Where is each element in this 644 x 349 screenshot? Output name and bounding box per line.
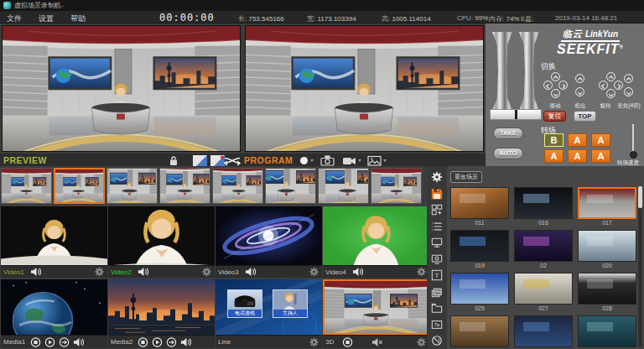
- source-video1[interactable]: Video1: [1, 206, 107, 278]
- image-caret-icon[interactable]: [383, 159, 387, 162]
- camera-shot-7[interactable]: [318, 168, 369, 204]
- speaker-icon[interactable]: [30, 267, 41, 277]
- arrow-up[interactable]: [575, 74, 584, 83]
- camera-shot-2[interactable]: [54, 168, 105, 204]
- layout-icon[interactable]: [431, 204, 443, 216]
- source-line[interactable]: 电话连线 主持人 Line: [216, 279, 322, 348]
- scene-thumbnail[interactable]: [578, 230, 636, 262]
- arrow-up[interactable]: [606, 72, 615, 81]
- scene-thumbnail[interactable]: [514, 315, 573, 347]
- source-media1[interactable]: Media1: [1, 279, 107, 348]
- reset-button[interactable]: 复位: [543, 111, 566, 122]
- play-button[interactable]: [44, 337, 55, 347]
- source-video4[interactable]: Video4: [323, 206, 429, 278]
- camera-shot-4[interactable]: [159, 168, 210, 204]
- layers-icon[interactable]: [431, 286, 443, 298]
- menu-file[interactable]: 文件: [7, 13, 22, 24]
- program-monitor[interactable]: [245, 25, 484, 152]
- scene-thumbnail[interactable]: [578, 273, 636, 305]
- loop-button[interactable]: [166, 337, 177, 347]
- video4-feed[interactable]: [323, 206, 429, 265]
- scene-thumbnail[interactable]: [514, 230, 573, 262]
- scene-thumbnail[interactable]: [578, 315, 636, 347]
- scene-item-028[interactable]: 028: [578, 273, 636, 313]
- media1-feed[interactable]: [1, 279, 107, 335]
- arrow-left[interactable]: [599, 81, 608, 90]
- scene-item-016[interactable]: 016: [514, 187, 573, 227]
- list-icon[interactable]: [431, 221, 443, 232]
- gear-icon[interactable]: [94, 267, 105, 277]
- arrow-down[interactable]: [575, 87, 584, 96]
- scene-thumbnail[interactable]: [514, 187, 573, 219]
- auto-button[interactable]: AUTO: [493, 148, 523, 159]
- scene-thumbnail[interactable]: [514, 273, 573, 305]
- change-scene-button[interactable]: 更改场景: [450, 171, 482, 183]
- media2-feed[interactable]: [108, 279, 215, 335]
- speaker-icon[interactable]: [245, 267, 256, 277]
- scene-item-017[interactable]: 017: [578, 187, 636, 227]
- camcorder-caret-icon[interactable]: [358, 159, 361, 162]
- muted-speaker-icon[interactable]: [371, 337, 382, 347]
- top-button[interactable]: TOP: [574, 111, 596, 122]
- video2-feed[interactable]: [108, 206, 215, 265]
- speaker-icon[interactable]: [352, 267, 363, 277]
- camera-shot-5[interactable]: [212, 168, 263, 204]
- transition-button-A-5[interactable]: A: [591, 149, 610, 163]
- scene-scrollbar-thumb[interactable]: [638, 186, 642, 208]
- scene-scrollbar[interactable]: [638, 186, 642, 347]
- camcorder-icon[interactable]: [342, 154, 356, 165]
- source-media2[interactable]: Media2: [108, 279, 215, 348]
- source-video3[interactable]: Video3: [216, 206, 322, 278]
- transition-button-A-3[interactable]: A: [544, 149, 564, 163]
- gear-icon[interactable]: [416, 337, 427, 347]
- arrow-down[interactable]: [606, 89, 615, 98]
- gear-icon[interactable]: [309, 267, 319, 277]
- arrow-left[interactable]: [543, 81, 553, 90]
- phone-call-card[interactable]: 电话连线: [227, 289, 262, 318]
- ban-icon[interactable]: [431, 335, 443, 346]
- speaker-icon[interactable]: [180, 337, 191, 347]
- text-box-icon[interactable]: T: [431, 269, 443, 281]
- play-button[interactable]: [152, 337, 163, 347]
- gear-icon[interactable]: [201, 267, 212, 277]
- save-icon[interactable]: [431, 188, 443, 200]
- menu-help[interactable]: 帮助: [70, 13, 86, 24]
- arrow-right[interactable]: [558, 81, 568, 90]
- 3d-feed[interactable]: [325, 281, 428, 333]
- speaker-icon[interactable]: [138, 267, 148, 277]
- slider-knob[interactable]: [630, 151, 637, 159]
- stop-button[interactable]: [342, 337, 353, 347]
- arrow-down[interactable]: [551, 89, 560, 98]
- monitor-icon[interactable]: [431, 237, 443, 248]
- stop-button[interactable]: [30, 337, 41, 347]
- folder-icon[interactable]: [431, 302, 443, 314]
- scene-thumbnail[interactable]: [450, 187, 509, 219]
- arrow-right[interactable]: [614, 81, 623, 90]
- transition-button-A-4[interactable]: A: [568, 149, 587, 163]
- speaker-icon[interactable]: [73, 337, 84, 347]
- subtitle-icon[interactable]: Ta: [431, 319, 443, 331]
- lock-icon[interactable]: [169, 154, 178, 165]
- transition-speed-slider[interactable]: [632, 124, 634, 158]
- arrow-up[interactable]: [551, 72, 560, 81]
- display-icon[interactable]: [431, 253, 443, 265]
- scene-item-r11[interactable]: [578, 315, 636, 349]
- transition-button-B-0[interactable]: B: [544, 133, 564, 147]
- scene-thumbnail[interactable]: [450, 315, 509, 347]
- video3-feed[interactable]: [216, 206, 322, 265]
- scene-item-025[interactable]: 025: [450, 273, 509, 313]
- camera-shot-1[interactable]: [1, 168, 52, 204]
- scene-item-019[interactable]: 019: [450, 230, 509, 270]
- scene-item-r9[interactable]: [450, 315, 509, 349]
- scene-thumbnail[interactable]: [578, 187, 636, 219]
- arrow-up[interactable]: [624, 74, 633, 83]
- image-output-icon[interactable]: [367, 154, 382, 165]
- t-bar-handle[interactable]: [490, 109, 542, 120]
- wipe-transition-icon[interactable]: [193, 154, 207, 165]
- camera-shot-3[interactable]: [106, 168, 158, 204]
- source-3d[interactable]: 3D: [323, 279, 429, 348]
- menu-settings[interactable]: 设置: [39, 13, 54, 24]
- stop-button[interactable]: [138, 337, 148, 347]
- snapshot-camera-icon[interactable]: [320, 154, 335, 165]
- scene-thumbnail[interactable]: [450, 273, 509, 305]
